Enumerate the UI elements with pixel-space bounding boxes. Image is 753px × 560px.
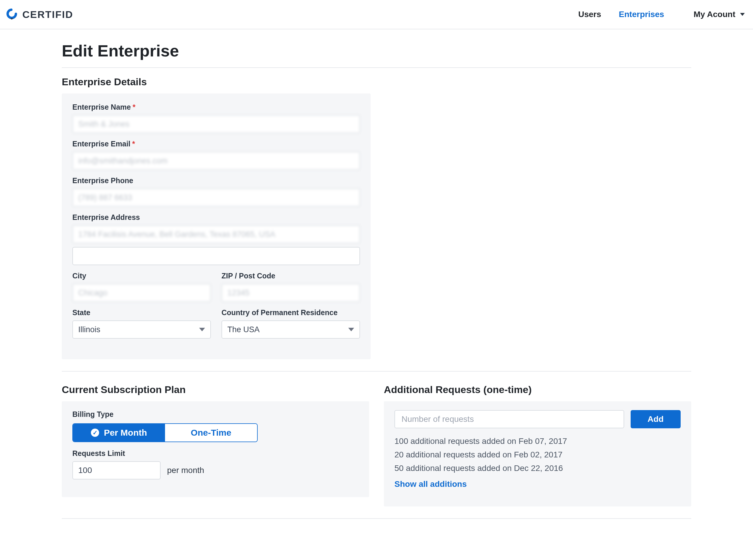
- enterprise-address-line2-input[interactable]: [72, 247, 360, 265]
- enterprise-address-line1-input[interactable]: [72, 225, 360, 243]
- enterprise-name-input[interactable]: [72, 115, 360, 133]
- section-title-additional: Additional Requests (one-time): [384, 384, 691, 395]
- label-zip: ZIP / Post Code: [221, 272, 360, 280]
- nav-enterprises[interactable]: Enterprises: [619, 10, 664, 19]
- show-all-additions-link[interactable]: Show all additions: [394, 479, 467, 489]
- requests-limit-suffix: per month: [167, 466, 204, 475]
- label-billing-type: Billing Type: [72, 410, 359, 419]
- section-title-subscription: Current Subscription Plan: [62, 384, 369, 395]
- page: Edit Enterprise Enterprise Details Enter…: [62, 41, 691, 539]
- divider: [62, 67, 691, 68]
- label-state: State: [72, 308, 211, 317]
- toggle-one-time-label: One-Time: [191, 428, 231, 438]
- additional-col: Additional Requests (one-time) Add 100 a…: [384, 380, 691, 506]
- label-enterprise-email-text: Enterprise Email: [72, 140, 130, 148]
- account-label: My Acount: [694, 10, 735, 19]
- label-enterprise-name: Enterprise Name*: [72, 103, 360, 112]
- history-item: 20 additional requests added on Feb 02, …: [394, 450, 681, 459]
- subscription-row: Current Subscription Plan Billing Type ✓…: [62, 380, 691, 506]
- chevron-down-icon: [348, 328, 354, 331]
- account-menu[interactable]: My Acount: [694, 10, 745, 19]
- brand-name: CERTIFID: [22, 9, 73, 20]
- top-nav: Users Enterprises My Acount: [578, 10, 745, 19]
- additional-panel: Add 100 additional requests added on Feb…: [384, 401, 691, 506]
- toggle-per-month-label: Per Month: [104, 428, 147, 438]
- label-enterprise-phone: Enterprise Phone: [72, 176, 360, 185]
- label-enterprise-email: Enterprise Email*: [72, 140, 360, 148]
- section-title-details: Enterprise Details: [62, 76, 691, 87]
- state-value: Illinois: [78, 325, 100, 334]
- history-item: 100 additional requests added on Feb 07,…: [394, 437, 681, 446]
- country-value: The USA: [227, 325, 260, 334]
- toggle-per-month[interactable]: ✓ Per Month: [73, 424, 165, 442]
- zip-input[interactable]: [221, 284, 360, 302]
- divider: [62, 518, 691, 519]
- enterprise-email-input[interactable]: [72, 152, 360, 170]
- state-select[interactable]: Illinois: [72, 320, 211, 339]
- city-input[interactable]: [72, 284, 211, 302]
- label-requests-limit: Requests Limit: [72, 449, 359, 458]
- country-select[interactable]: The USA: [221, 320, 360, 339]
- required-asterisk: *: [133, 103, 136, 111]
- additional-requests-input[interactable]: [394, 410, 624, 428]
- page-title: Edit Enterprise: [62, 41, 691, 60]
- enterprise-details-panel: Enterprise Name* Enterprise Email* Enter…: [62, 94, 371, 359]
- required-asterisk: *: [132, 140, 135, 148]
- add-button[interactable]: Add: [631, 410, 681, 428]
- check-circle-icon: ✓: [91, 428, 99, 437]
- label-country: Country of Permanent Residence: [221, 308, 360, 317]
- chevron-down-icon: [199, 328, 205, 331]
- label-city: City: [72, 272, 211, 280]
- brand-mark-icon: [5, 8, 18, 21]
- subscription-col: Current Subscription Plan Billing Type ✓…: [62, 380, 369, 497]
- divider: [62, 371, 691, 372]
- brand-logo[interactable]: CERTIFID: [5, 8, 73, 21]
- nav-users[interactable]: Users: [578, 10, 601, 19]
- toggle-one-time[interactable]: One-Time: [165, 424, 257, 442]
- label-enterprise-address: Enterprise Address: [72, 213, 360, 222]
- subscription-panel: Billing Type ✓ Per Month One-Time Reques…: [62, 401, 369, 497]
- billing-type-toggle: ✓ Per Month One-Time: [72, 423, 258, 442]
- label-enterprise-name-text: Enterprise Name: [72, 103, 131, 111]
- caret-down-icon: [740, 13, 745, 16]
- requests-limit-input[interactable]: [72, 461, 160, 479]
- history-item: 50 additional requests added on Dec 22, …: [394, 464, 681, 473]
- enterprise-phone-input[interactable]: [72, 188, 360, 207]
- svg-point-0: [8, 10, 16, 18]
- topbar: CERTIFID Users Enterprises My Acount: [0, 0, 753, 29]
